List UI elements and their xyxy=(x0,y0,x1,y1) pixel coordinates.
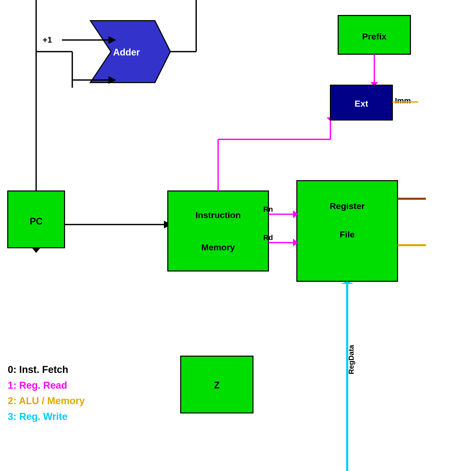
svg-marker-8 xyxy=(108,76,116,84)
legend-item-1: 1: Reg. Read xyxy=(8,378,85,393)
adder-label: Adder xyxy=(113,47,140,58)
svg-marker-32 xyxy=(341,281,354,284)
svg-marker-19 xyxy=(293,239,298,246)
plus1-label: +1 xyxy=(43,35,52,44)
instruction-memory-label1: Instruction xyxy=(195,210,241,220)
legend-step-3: 3 xyxy=(8,411,13,422)
svg-marker-23 xyxy=(327,117,334,121)
svg-rect-24 xyxy=(338,15,410,54)
legend-step-2: 2 xyxy=(8,395,13,406)
register-file-label1: Register xyxy=(330,201,365,211)
instruction-memory-label2: Memory xyxy=(201,242,235,252)
z-label: Z xyxy=(214,380,220,390)
svg-rect-15 xyxy=(297,181,398,281)
legend-item-2: 2: ALU / Memory xyxy=(8,393,85,409)
legend-label-3: Reg. Write xyxy=(19,411,67,422)
legend: 0: Inst. Fetch 1: Reg. Read 2: ALU / Mem… xyxy=(8,362,85,425)
ext-label: Ext xyxy=(355,99,368,108)
legend-item-0: 0: Inst. Fetch xyxy=(8,362,85,378)
prefix-label: Prefix xyxy=(362,31,387,41)
svg-rect-33 xyxy=(181,356,253,413)
legend-step-1: 1 xyxy=(8,380,13,391)
rd-label: Rd xyxy=(263,234,273,242)
regdata-label: RegData xyxy=(347,345,355,374)
adder-shape xyxy=(90,21,170,83)
legend-item-3: 3: Reg. Write xyxy=(8,409,85,425)
svg-rect-14 xyxy=(168,191,268,271)
imm-label: Imm xyxy=(395,96,411,105)
legend-step-0: 0 xyxy=(8,364,13,375)
pc-label: PC xyxy=(30,216,43,227)
register-file-label2: File xyxy=(340,229,355,239)
svg-marker-4 xyxy=(108,36,116,44)
svg-marker-13 xyxy=(164,221,172,228)
legend-label-0: Inst. Fetch xyxy=(19,364,68,375)
diagram-container: Adder +1 PC Instruction Memory xyxy=(0,0,476,471)
svg-marker-2 xyxy=(30,245,43,253)
legend-label-1: Reg. Read xyxy=(19,380,67,391)
rn-label: Rn xyxy=(263,205,273,213)
svg-marker-17 xyxy=(293,210,298,218)
svg-rect-11 xyxy=(8,191,65,248)
legend-label-2: ALU / Memory xyxy=(19,395,85,406)
svg-rect-27 xyxy=(330,85,392,120)
svg-marker-26 xyxy=(370,82,378,86)
